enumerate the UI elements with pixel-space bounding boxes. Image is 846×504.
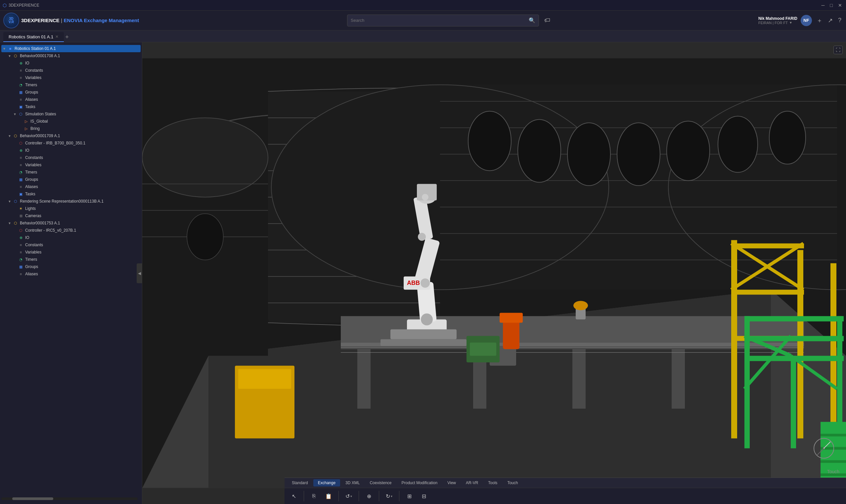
role-dropdown-icon: ▼ [789,21,792,24]
user-name: Nik Mahmood FARID [758,16,797,21]
tree-item-timer2[interactable]: ◔ Timers [12,168,141,176]
tree-item-beh2[interactable]: ▼ ⬡ Behavior00001709 A.1 [6,132,141,140]
tree-item-task1[interactable]: ▣ Tasks [12,103,141,110]
tab-robotics-station[interactable]: Robotics Station 01 A.1 ✕ [3,32,64,42]
tree-item-beh3[interactable]: ▼ ⬡ Behavior00001753 A.1 [6,219,141,227]
close-button[interactable]: ✕ [837,3,843,8]
help-button[interactable]: ? [837,16,843,25]
tree-item-isglobal[interactable]: ▷ IS_Global [17,118,141,125]
search-bar[interactable]: 🔍 [347,15,539,26]
svg-point-22 [187,214,223,260]
rotate-button[interactable]: ↻ ▾ [383,490,395,502]
tree-item-group2[interactable]: ▦ Groups [12,176,141,183]
rotate-dropdown-icon[interactable]: ▾ [391,494,392,498]
tree-item-simstates[interactable]: ▼ ⬡ Simulation States [12,110,141,118]
bottom-tab-exchange[interactable]: Exchange [313,479,340,486]
tree-item-ctrl2[interactable]: ⬡ Controller - IRC5_v0_207B.1 [12,227,141,234]
tree-item-rscene[interactable]: ▼ ⬡ Rendering Scene Representation000011… [6,198,141,205]
tree-label-const3: Constants [25,242,43,247]
tag-icon[interactable]: 🏷 [544,17,550,24]
h-scrollbar-thumb[interactable] [12,498,53,500]
bottom-tabs: StandardExchange3D XMLCoexistenceProduct… [284,478,846,488]
tree-item-task2[interactable]: ▣ Tasks [12,191,141,198]
bottom-tab-3d-xml[interactable]: 3D XML [341,479,364,486]
bottom-tab-product-modification[interactable]: Product Modification [397,479,442,486]
tree-item-alias2[interactable]: ≡ Aliases [12,183,141,191]
tree-item-alias3[interactable]: ≡ Aliases [12,270,141,277]
compass-icon: 3DV.R [8,17,14,24]
tree-item-io3[interactable]: ⊕ IO [12,234,141,241]
tree-item-timer1[interactable]: ◔ Timers [12,81,141,89]
tree-item-cameras[interactable]: ⊞ Cameras [12,212,141,219]
undo-dropdown-icon[interactable]: ▾ [350,494,352,498]
tree-label-alias3: Aliases [25,272,38,276]
tree-item-io2[interactable]: ⊕ IO [12,147,141,154]
tree-item-const1[interactable]: ≡ Constants [12,67,141,74]
svg-rect-67 [470,343,496,356]
import-button[interactable]: ⊞ [403,490,415,502]
user-role[interactable]: FEIRAN | FOR FT ▼ [758,21,797,25]
bottom-tab-tools[interactable]: Tools [483,479,502,486]
undo-button[interactable]: ↺ ▾ [343,490,355,502]
tree-item-var3[interactable]: ≡ Variables [12,249,141,256]
toggle-rscene[interactable]: ▼ [8,200,11,203]
zoom-button[interactable]: ⊕ [363,490,375,502]
tree-item-bring[interactable]: ▷ Bring [17,125,141,132]
share-button[interactable]: ↗ [827,16,834,25]
separator-3 [359,491,359,501]
tree-item-var1[interactable]: ≡ Variables [12,74,141,81]
bottom-area: StandardExchange3D XMLCoexistenceProduct… [284,478,846,504]
toggle-beh3[interactable]: ▼ [8,221,11,225]
tree-item-beh1[interactable]: ▼ ⬡ Behavior00001708 A.1 [6,52,141,59]
tree-item-group1[interactable]: ▦ Groups [12,89,141,96]
tree-label-alias2: Aliases [25,184,38,189]
tree-item-var2[interactable]: ≡ Variables [12,161,141,168]
paste-button[interactable]: 📋 [323,490,334,502]
svg-rect-62 [380,339,467,346]
h-scrollbar[interactable] [1,498,138,500]
tree-icon-ctrl2: ⬡ [18,228,24,233]
search-input[interactable] [351,18,527,23]
bottom-tab-coexistence[interactable]: Coexistence [365,479,396,486]
main-area: ▼ ■ Robotics Station 01 A.1 ▼ ⬡ Behavior… [0,42,846,504]
tree-label-group1: Groups [25,90,38,94]
add-tab-button[interactable]: + [64,32,70,42]
tab-close-icon[interactable]: ✕ [55,34,58,39]
copy-button[interactable]: ⎘ [308,490,320,502]
tree-item-ctrl1[interactable]: ⬡ Controller - IRB_B700_B00_350.1 [12,140,141,147]
tree-icon-var2: ≡ [18,162,24,168]
bottom-tab-standard[interactable]: Standard [287,479,313,486]
toggle-root[interactable]: ▼ [3,47,6,51]
svg-rect-71 [797,250,803,438]
add-button[interactable]: ＋ [815,15,824,26]
select-tool-button[interactable]: ↖ [288,490,300,502]
search-icon[interactable]: 🔍 [529,17,535,23]
bottom-tab-ar-vr[interactable]: AR-VR [461,479,483,486]
user-avatar[interactable]: NF [801,15,812,26]
tree-icon-timer3: ◔ [18,256,24,263]
toggle-beh2[interactable]: ▼ [8,134,11,138]
tree-item-root[interactable]: ▼ ■ Robotics Station 01 A.1 [1,45,141,52]
bottom-tab-touch[interactable]: Touch [503,479,522,486]
tree-icon-timer1: ◔ [18,82,24,88]
minimize-button[interactable]: ─ [820,3,826,8]
toggle-simstates[interactable]: ▼ [13,112,17,116]
tree-item-const3[interactable]: ≡ Constants [12,241,141,249]
fullscreen-button[interactable]: ⛶ [833,46,843,54]
viewport[interactable]: ABB [142,42,846,504]
tree-label-root: Robotics Station 01 A.1 [15,46,56,51]
bottom-tab-view[interactable]: View [443,479,461,486]
toggle-beh1[interactable]: ▼ [8,54,11,58]
maximize-button[interactable]: □ [829,3,834,8]
tree-item-lights[interactable]: ☀ Lights [12,205,141,212]
export-button[interactable]: ⊟ [418,490,430,502]
tree-icon-group3: ▦ [18,264,24,270]
tree-item-group3[interactable]: ▦ Groups [12,263,141,270]
tree-item-timer3[interactable]: ◔ Timers [12,256,141,263]
tree-item-alias1[interactable]: ≡ Aliases [12,96,141,103]
svg-point-38 [718,116,758,173]
tree-item-io1[interactable]: ⊕ IO [12,59,141,67]
tree-item-const2[interactable]: ≡ Constants [12,154,141,161]
tree-icon-const1: ≡ [18,68,24,73]
panel-collapse-button[interactable]: ◀ [137,264,142,283]
